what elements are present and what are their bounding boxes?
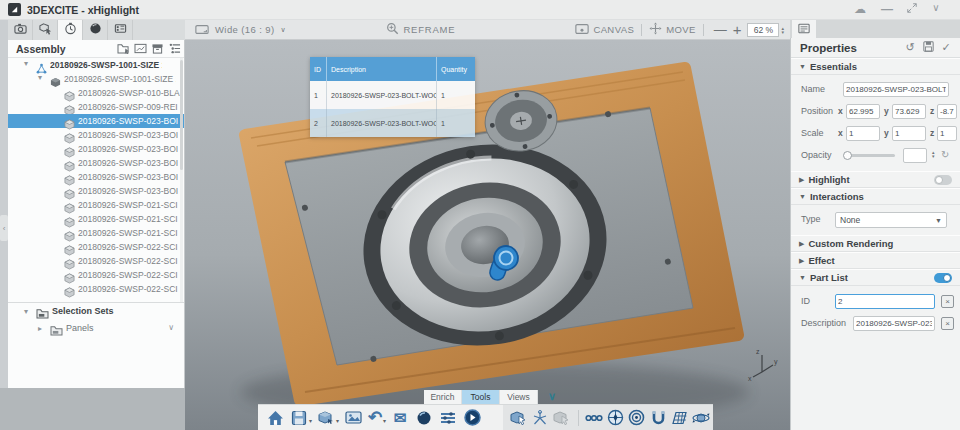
- window-chevron-icon[interactable]: ∨: [928, 2, 944, 13]
- frame-icon[interactable]: [133, 43, 148, 54]
- tree-item[interactable]: 20180926-SWSP-022-SCI: [8, 240, 184, 254]
- tab-history[interactable]: [58, 20, 83, 40]
- structure-icon[interactable]: [167, 43, 182, 54]
- render-sphere-button[interactable]: [413, 408, 435, 428]
- part-id-input[interactable]: [835, 294, 935, 309]
- section-interactions[interactable]: ▼ Interactions: [791, 188, 960, 205]
- zoom-level-input[interactable]: [747, 23, 779, 37]
- save-icon[interactable]: [920, 41, 936, 54]
- export-dropdown-icon[interactable]: ▾: [336, 417, 339, 424]
- home-button[interactable]: [264, 408, 286, 428]
- link-chain-button[interactable]: [584, 408, 603, 428]
- scale-y-input[interactable]: [892, 126, 926, 141]
- settings-list-button[interactable]: [437, 408, 459, 428]
- section-part-list[interactable]: ▼ Part List: [791, 269, 960, 286]
- expander-icon[interactable]: ▸: [38, 324, 42, 333]
- tree-item[interactable]: ▾20180926-SWSP-1001-SIZE 1 SPEA: [8, 58, 184, 72]
- part-list-toggle[interactable]: [934, 273, 952, 283]
- interaction-type-dropdown[interactable]: None ▼: [835, 212, 947, 228]
- bottom-tab-enrich[interactable]: Enrich: [424, 390, 462, 404]
- position-z-input[interactable]: [937, 104, 957, 119]
- share-button[interactable]: ✉: [389, 408, 411, 428]
- scale-z-input[interactable]: [937, 126, 957, 141]
- tree-item[interactable]: ▾20180926-SWSP-1001-SIZE 1: [8, 72, 184, 86]
- toolbar-collapse-chevron-icon[interactable]: ∨: [541, 389, 563, 403]
- add-selection-set-icon[interactable]: [116, 43, 131, 54]
- highlight-toggle[interactable]: [934, 175, 952, 185]
- cloud-icon[interactable]: ☁: [852, 2, 868, 16]
- aspect-ratio-control[interactable]: Wide (16 : 9) ∨: [195, 21, 286, 39]
- select-part-button[interactable]: [509, 408, 528, 428]
- tree-item[interactable]: 20180926-SWSP-023-BOI: [8, 114, 184, 128]
- grid-plane-button[interactable]: [670, 408, 689, 428]
- target-button[interactable]: [627, 408, 646, 428]
- tree-item[interactable]: 20180926-SWSP-023-BOI: [8, 128, 184, 142]
- zoom-out-button[interactable]: —: [714, 22, 727, 37]
- orbit-button[interactable]: [692, 408, 711, 428]
- chevron-down-icon[interactable]: ∨: [168, 323, 174, 332]
- parts-table[interactable]: IDDescriptionQuantity120180926-SWSP-023-…: [310, 57, 475, 137]
- zoom-in-button[interactable]: +: [733, 21, 742, 38]
- part-description-input[interactable]: [853, 316, 935, 331]
- package-icon[interactable]: [150, 43, 165, 54]
- save-button[interactable]: [288, 408, 310, 428]
- maximize-icon[interactable]: [904, 2, 920, 16]
- tab-properties[interactable]: [792, 20, 816, 38]
- bottom-tab-tools[interactable]: Tools: [462, 390, 500, 404]
- opacity-spinner[interactable]: ▴▾: [932, 150, 935, 158]
- position-y-input[interactable]: [892, 104, 926, 119]
- tab-materials[interactable]: [83, 20, 108, 40]
- play-button[interactable]: [461, 408, 483, 428]
- parts-table-row[interactable]: 220180926-SWSP-023-BOLT-WOOFER A1: [310, 109, 475, 137]
- tree-item[interactable]: 20180926-SWSP-022-SCI: [8, 254, 184, 268]
- section-highlight[interactable]: ▶ Highlight: [791, 171, 960, 188]
- tree-item[interactable]: 20180926-SWSP-022-SCI: [8, 268, 184, 282]
- save-dropdown-icon[interactable]: ▾: [309, 417, 312, 424]
- clear-description-button[interactable]: ×: [941, 317, 954, 330]
- opacity-value-input[interactable]: [903, 148, 927, 163]
- reframe-button[interactable]: REFRAME: [386, 21, 455, 39]
- selection-set-panels[interactable]: ▸ Panels ∨: [8, 320, 184, 337]
- viewport-3d[interactable]: z y x IDDescriptionQuantity120180926-SWS…: [185, 40, 790, 430]
- tree-item[interactable]: 20180926-SWSP-022-SCI: [8, 282, 184, 296]
- image-button[interactable]: [342, 408, 364, 428]
- opacity-slider[interactable]: [845, 154, 895, 157]
- zoom-spinner[interactable]: ▴▾: [781, 26, 784, 34]
- undo-dropdown-icon[interactable]: ▾: [383, 417, 386, 424]
- tree-item[interactable]: 20180926-SWSP-023-BOI: [8, 170, 184, 184]
- parts-table-row[interactable]: 120180926-SWSP-023-BOLT-WOOFER A1: [310, 81, 475, 109]
- scale-x-input[interactable]: [846, 126, 880, 141]
- section-custom-rendering[interactable]: ▶ Custom Rendering: [791, 235, 960, 252]
- tree-item[interactable]: 20180926-SWSP-010-BLA: [8, 86, 184, 100]
- export-3d-button[interactable]: [315, 408, 337, 428]
- tree-item[interactable]: 20180926-SWSP-023-BOI: [8, 142, 184, 156]
- axes-tripod-button[interactable]: [530, 408, 549, 428]
- tab-camera[interactable]: [8, 20, 33, 40]
- undo-icon[interactable]: ↺: [902, 41, 918, 54]
- section-effect[interactable]: ▶ Effect: [791, 252, 960, 269]
- tree-item[interactable]: 20180926-SWSP-021-SCI: [8, 212, 184, 226]
- section-essentials[interactable]: ▼ Essentials: [791, 58, 960, 75]
- tree-item[interactable]: 20180926-SWSP-021-SCI: [8, 226, 184, 240]
- move-button[interactable]: MOVE: [649, 21, 696, 39]
- tree-item[interactable]: 20180926-SWSP-009-REI: [8, 100, 184, 114]
- collapse-panel-handle[interactable]: ‹: [0, 215, 8, 241]
- apply-check-icon[interactable]: ✓: [938, 41, 954, 54]
- expander-icon[interactable]: ▾: [24, 307, 28, 316]
- selection-sets-item[interactable]: ▾ Selection Sets: [8, 303, 184, 320]
- undo-button[interactable]: ↶: [366, 408, 384, 428]
- tree-item[interactable]: 20180926-SWSP-023-BOI: [8, 156, 184, 170]
- compass-button[interactable]: [606, 408, 625, 428]
- position-x-input[interactable]: [846, 104, 880, 119]
- clear-id-button[interactable]: ×: [941, 295, 954, 308]
- opacity-slider-knob[interactable]: [843, 151, 852, 160]
- bottom-tab-views[interactable]: Views: [500, 390, 538, 404]
- tab-model-picker[interactable]: [33, 20, 58, 40]
- opacity-reset-icon[interactable]: ↻: [941, 149, 949, 160]
- magnet-button[interactable]: [649, 408, 668, 428]
- tree-item[interactable]: 20180926-SWSP-021-SCI: [8, 198, 184, 212]
- tree-scrollbar[interactable]: [180, 58, 183, 302]
- name-input[interactable]: [843, 82, 949, 97]
- tree-item[interactable]: 20180926-SWSP-023-BOI: [8, 184, 184, 198]
- canvas-button[interactable]: CANVAS: [575, 21, 634, 39]
